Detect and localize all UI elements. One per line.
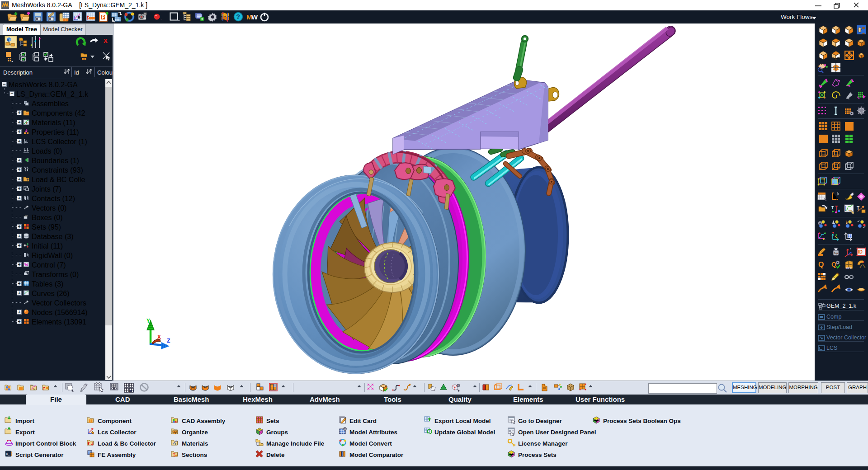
svg-text:Vector Collector: Vector Collector (826, 334, 866, 341)
svg-text:W: W (251, 13, 258, 21)
svg-text:E: E (175, 442, 177, 446)
svg-text:ALL: ALL (129, 390, 135, 393)
svg-text:1gr: 1gr (834, 252, 839, 254)
svg-text:Comp: Comp (826, 314, 841, 320)
svg-text:E: E (33, 387, 35, 390)
svg-text:Q: Q (831, 261, 836, 268)
svg-text:T: T (88, 443, 89, 446)
svg-text:T: T (87, 15, 89, 19)
svg-text:z: z (850, 247, 851, 250)
svg-text:?: ? (236, 13, 241, 20)
svg-text:E: E (26, 122, 28, 125)
svg-text:>_: >_ (6, 452, 10, 456)
svg-text:P: P (102, 15, 105, 20)
svg-text:X: X (157, 334, 161, 341)
svg-text:GEM_2_1.k: GEM_2_1.k (826, 303, 857, 309)
svg-text:Q: Q (818, 261, 824, 268)
svg-text:T: T (831, 205, 834, 210)
svg-text:Y: Y (146, 318, 150, 324)
svg-text:Z: Z (167, 338, 170, 344)
svg-text:E: E (823, 237, 826, 241)
svg-text:LCS: LCS (826, 345, 837, 351)
svg-text:INFO: INFO (846, 267, 852, 269)
svg-text:E: E (78, 15, 80, 19)
svg-text:ID: ID (858, 249, 863, 254)
svg-text:x: x (104, 37, 108, 44)
svg-text:Step/Load: Step/Load (826, 324, 852, 330)
svg-text:T: T (43, 387, 45, 390)
